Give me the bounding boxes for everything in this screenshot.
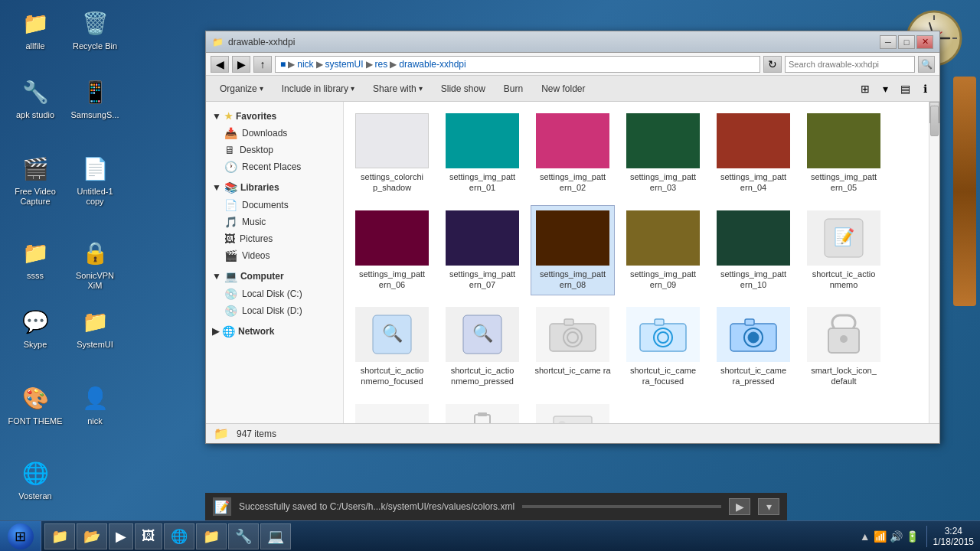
editor-action-button[interactable]: ▶	[729, 498, 750, 515]
preview-pane[interactable]: ▤	[897, 80, 913, 97]
up-button[interactable]: ↑	[253, 56, 272, 73]
desktop-icon-apk[interactable]: 🔧 apk studio	[8, 77, 63, 120]
libraries-header[interactable]: ▼ 📚 Libraries	[206, 178, 343, 197]
desktop-icon-skype[interactable]: 💬 Skype	[8, 306, 63, 350]
taskbar-item[interactable]: 💻	[260, 523, 291, 549]
file-item[interactable]: shortcut_ic_came ra	[531, 302, 615, 393]
favorites-header[interactable]: ▼ ★ Favorites	[206, 108, 343, 125]
file-item[interactable]: settings_img_patt ern_09	[621, 205, 705, 296]
taskbar-item[interactable]: 🖼	[135, 523, 162, 549]
taskbar-item[interactable]: ▶	[109, 523, 133, 549]
desktop-icon-recycle[interactable]: 🗑️ Recycle Bin	[67, 8, 122, 51]
downloads-icon: 📥	[224, 127, 237, 139]
tray-network-icon[interactable]: 📶	[874, 530, 887, 543]
editor-close-button[interactable]: ▾	[758, 498, 779, 515]
tray-battery-icon[interactable]: 🔋	[906, 530, 919, 543]
computer-section: ▼ 💻 Computer 💿 Local Disk (C:) 💿 Local D…	[206, 267, 343, 319]
taskbar-item[interactable]: 📂	[77, 523, 107, 549]
desktop-icon-systemui[interactable]: 📁 SystemUI	[67, 306, 122, 350]
taskbar-item[interactable]: 🔧	[228, 523, 259, 549]
share-with-button[interactable]: Share with ▾	[365, 79, 430, 99]
include-library-button[interactable]: Include in library ▾	[274, 79, 362, 99]
desktop-icon-allfile[interactable]: 📁 allfile	[8, 8, 63, 51]
view-dropdown[interactable]: ▾	[877, 80, 893, 97]
start-button[interactable]: ⊞	[0, 521, 41, 552]
search-box[interactable]	[785, 56, 915, 73]
desktop-icon-sonicvpn[interactable]: 🔒 SonicVPN XiM	[67, 237, 122, 291]
view-large-icon[interactable]: ⊞	[857, 80, 874, 97]
file-scrollbar[interactable]: ▲ ▼	[929, 102, 939, 423]
close-button[interactable]: ✕	[916, 35, 933, 49]
file-item[interactable]: settings_colorchi p_shadow	[350, 108, 434, 199]
search-input[interactable]	[789, 60, 911, 69]
svg-rect-18	[564, 319, 573, 325]
refresh-button[interactable]: ↻	[763, 56, 782, 73]
sidebar-item-music[interactable]: 🎵 Music	[206, 214, 343, 230]
file-thumbnail	[626, 113, 700, 168]
scroll-thumb[interactable]	[930, 106, 939, 136]
burn-button[interactable]: Burn	[496, 79, 531, 99]
desktop-icon-samsung[interactable]: 📱 SamsungS...	[67, 77, 122, 120]
sidebar-item-diskd[interactable]: 💿 Local Disk (D:)	[206, 302, 343, 319]
file-item[interactable]: stat_notify_image	[531, 399, 615, 423]
taskbar-item[interactable]: 🌐	[164, 523, 194, 549]
file-item[interactable]: 🔍 shortcut_ic_actio nmemo_focused	[350, 302, 434, 393]
tray-icons: ▲ 📶 🔊 🔋	[860, 530, 919, 543]
clock-area[interactable]: 3:24 1/18/2015	[926, 526, 974, 547]
file-item[interactable]: settings_img_patt ern_05	[802, 108, 886, 199]
file-item[interactable]: settings_img_patt ern_04	[711, 108, 795, 199]
sidebar-item-recent[interactable]: 🕐 Recent Places	[206, 158, 343, 175]
file-item[interactable]: settings_img_patt ern_03	[621, 108, 705, 199]
file-item[interactable]: settings_img_patt ern_02	[531, 108, 615, 199]
desktop-icon-fonttheme[interactable]: 🎨 FONT THEME	[8, 383, 63, 426]
tray-volume-icon[interactable]: 🔊	[890, 530, 903, 543]
desktop-icon-nick[interactable]: 👤 nick	[67, 383, 122, 426]
desktop-icon-untitled[interactable]: 📄 Untitled-1 copy	[67, 153, 122, 207]
file-item[interactable]: stat_notify_batter y_cooling_down	[440, 399, 524, 423]
file-area[interactable]: settings_colorchi p_shadow settings_img_…	[344, 102, 929, 423]
taskbar-item[interactable]: 📁	[196, 523, 227, 549]
sidebar-item-diskc[interactable]: 💿 Local Disk (C:)	[206, 285, 343, 302]
details-pane[interactable]: ℹ	[916, 80, 933, 97]
sidebar-item-documents[interactable]: 📄 Documents	[206, 197, 343, 214]
forward-button[interactable]: ▶	[232, 56, 250, 73]
path-root[interactable]: ■	[280, 59, 286, 70]
file-item[interactable]: settings_img_patt ern_08	[531, 205, 615, 296]
library-arrow: ▾	[351, 84, 354, 93]
organize-button[interactable]: Organize ▾	[212, 79, 271, 99]
file-item[interactable]: spinner... spinner_default_h olo_dark_am…	[350, 399, 434, 423]
new-folder-button[interactable]: New folder	[534, 79, 593, 99]
maximize-button[interactable]: □	[898, 35, 915, 49]
desktop-icon-vosteran[interactable]: 🌐 Vosteran	[8, 458, 63, 501]
pictures-icon: 🖼	[224, 233, 235, 245]
taskbar-item[interactable]: 📁	[44, 523, 75, 549]
path-drawable[interactable]: drawable-xxhdpi	[399, 59, 466, 70]
sidebar-item-desktop[interactable]: 🖥 Desktop	[206, 142, 343, 158]
path-res[interactable]: res	[375, 59, 388, 70]
sidebar-item-videos[interactable]: 🎬 Videos	[206, 247, 343, 264]
search-button[interactable]: 🔍	[918, 56, 935, 73]
path-systemui[interactable]: systemUI	[325, 59, 364, 70]
recycle-icon: 🗑️	[80, 8, 110, 38]
sidebar-item-downloads[interactable]: 📥 Downloads	[206, 125, 343, 142]
desktop-icon-freevideo[interactable]: 🎬 Free Video Capture	[8, 153, 63, 207]
slide-show-button[interactable]: Slide show	[433, 79, 493, 99]
minimize-button[interactable]: ─	[880, 35, 897, 49]
file-item[interactable]: settings_img_patt ern_07	[440, 205, 524, 296]
file-item[interactable]: settings_img_patt ern_10	[711, 205, 795, 296]
address-path[interactable]: ■ ▶ nick ▶ systemUI ▶ res ▶ drawable-xxh…	[275, 56, 760, 73]
tray-expand-icon[interactable]: ▲	[860, 530, 871, 543]
sidebar-item-pictures[interactable]: 🖼 Pictures	[206, 230, 343, 247]
file-item[interactable]: 📝 shortcut_ic_actio nmemo	[802, 205, 886, 296]
computer-header[interactable]: ▼ 💻 Computer	[206, 267, 343, 285]
file-item[interactable]: shortcut_ic_came ra_pressed	[711, 302, 795, 393]
file-item[interactable]: shortcut_ic_came ra_focused	[621, 302, 705, 393]
file-item[interactable]: settings_img_patt ern_01	[440, 108, 524, 199]
file-item[interactable]: smart_lock_icon_ default	[802, 302, 886, 393]
path-nick[interactable]: nick	[297, 59, 313, 70]
desktop-icon-ssss[interactable]: 📁 ssss	[8, 237, 63, 281]
network-header[interactable]: ▶ 🌐 Network	[206, 322, 343, 341]
back-button[interactable]: ◀	[211, 56, 229, 73]
file-item[interactable]: settings_img_patt ern_06	[350, 205, 434, 296]
file-item[interactable]: 🔍 shortcut_ic_actio nmemo_pressed	[440, 302, 524, 393]
